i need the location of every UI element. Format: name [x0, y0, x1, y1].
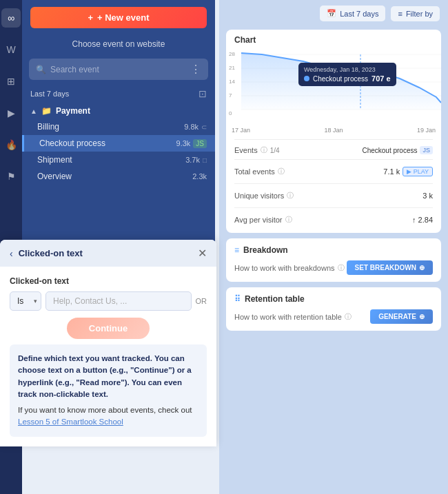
folder-icon: 📁 — [41, 106, 52, 116]
grid-icon[interactable]: ⊞ — [1, 72, 21, 91]
breakdown-btn-icon: ⊕ — [419, 264, 425, 271]
search-icon: 🔍 — [36, 65, 46, 74]
generate-button[interactable]: GENERATE ⊕ — [370, 309, 433, 324]
infinity-icon[interactable]: ∞ — [1, 8, 21, 28]
clicked-panel-title: Clicked-on text — [19, 248, 83, 258]
lesson-link[interactable]: Lesson 5 of Smartlook School — [18, 418, 123, 426]
event-name-right: Checkout process — [362, 147, 417, 154]
chart-title: Chart — [226, 30, 441, 48]
divider — [234, 139, 433, 140]
total-events-info-icon[interactable]: ⓘ — [278, 167, 285, 176]
info-text-secondary: If you want to know more about events, c… — [18, 404, 198, 429]
back-icon[interactable]: ‹ — [10, 248, 13, 259]
category-badge: JS — [420, 146, 433, 154]
info-box: Define which text you want tracked. You … — [10, 344, 207, 437]
svg-text:28: 28 — [229, 51, 235, 57]
clicked-on-text-panel: ‹ Clicked-on text ✕ Clicked-on text Is ▾… — [0, 240, 216, 446]
breakdown-icon: ≡ — [234, 245, 239, 255]
divider3 — [234, 183, 433, 184]
link-icon: ⊂ — [201, 123, 207, 131]
play-button[interactable]: ▶ PLAY — [403, 167, 433, 176]
set-breakdown-button[interactable]: SET BREAKDOWN ⊕ — [347, 260, 433, 275]
search-bar: 🔍 ⋮ — [29, 59, 208, 80]
event-item-checkout[interactable]: Checkout process 9.3k JS — [22, 135, 215, 152]
avg-per-visitor-value: ↑ 2.84 — [412, 216, 433, 224]
tooltip-dot — [304, 76, 309, 81]
clicked-panel-body: Clicked-on text Is ▾ OR Continue Define … — [0, 267, 216, 446]
chart-card: Chart 28 21 14 7 0 — [226, 30, 441, 233]
category-header: ▲ 📁 Payment — [22, 103, 215, 119]
tooltip-date: Wednesday, Jan 18, 2023 — [304, 66, 391, 73]
events-label: Events — [234, 146, 258, 154]
svg-text:14: 14 — [229, 79, 235, 85]
total-events-value: 7.1 k — [383, 167, 400, 176]
info-text-primary: Define which text you want tracked. You … — [18, 353, 198, 400]
stats-row-unique: Unique visitors ⓘ 3 k — [226, 187, 441, 205]
events-info-icon[interactable]: ⓘ — [261, 145, 267, 155]
breakdown-card: ≡ Breakdown How to work with breakdowns … — [226, 238, 441, 282]
w-icon[interactable]: W — [1, 40, 21, 59]
total-events-label: Total events — [234, 167, 275, 176]
retention-icon: ⠿ — [234, 294, 241, 304]
svg-text:0: 0 — [229, 110, 232, 116]
condition-select[interactable]: Is — [10, 291, 41, 311]
top-bar: 📅 Last 7 days ≡ Filter by — [219, 0, 448, 27]
flag-icon[interactable]: ⚑ — [1, 167, 21, 186]
check-icon: □ — [203, 156, 207, 164]
events-row: Events ⓘ 1/4 Checkout process JS — [226, 143, 441, 156]
more-icon[interactable]: ⋮ — [190, 63, 201, 76]
filter-label: Last 7 days — [30, 90, 69, 98]
or-label: OR — [196, 297, 207, 305]
text-filter-input[interactable] — [45, 291, 192, 311]
event-item-billing[interactable]: Billing 9.8k ⊂ — [22, 119, 215, 135]
generate-btn-icon: ⊕ — [419, 313, 425, 320]
retention-info-icon[interactable]: ⓘ — [345, 312, 352, 322]
unique-visitors-info-icon[interactable]: ⓘ — [287, 191, 294, 200]
filter-by-button[interactable]: ≡ Filter by — [391, 6, 440, 21]
breakdown-how-text: How to work with breakdowns — [234, 264, 335, 272]
divider2 — [234, 159, 433, 160]
x-label-1: 18 Jan — [324, 127, 343, 134]
choose-event-button[interactable]: Choose event on website — [22, 35, 215, 53]
event-item-overview[interactable]: Overview 2.3k — [22, 168, 215, 185]
filter-input-row: Is ▾ OR — [10, 291, 207, 311]
last-days-button[interactable]: 📅 Last 7 days — [320, 6, 385, 21]
main-area: 📅 Last 7 days ≡ Filter by Chart 28 21 14… — [219, 0, 448, 494]
breakdown-info-icon[interactable]: ⓘ — [338, 263, 345, 273]
retention-card: ⠿ Retention table How to work with reten… — [226, 287, 441, 331]
stats-row-total: Total events ⓘ 7.1 k ▶ PLAY — [226, 163, 441, 181]
new-event-button[interactable]: + + New event — [30, 7, 207, 28]
stats-row-avg: Avg per visitor ⓘ ↑ 2.84 — [226, 211, 441, 229]
play-icon[interactable]: ▶ — [1, 103, 21, 123]
flame-icon[interactable]: 🔥 — [1, 135, 21, 154]
unique-visitors-value: 3 k — [422, 192, 433, 200]
event-panel: + + New event Choose event on website 🔍 … — [22, 0, 215, 248]
svg-text:21: 21 — [229, 65, 235, 71]
unique-visitors-label: Unique visitors — [234, 192, 284, 200]
search-input[interactable] — [50, 65, 186, 74]
filter-row: Last 7 days ⊡ — [22, 85, 215, 103]
close-button[interactable]: ✕ — [198, 247, 207, 260]
x-axis: 17 Jan 18 Jan 19 Jan — [226, 127, 441, 136]
filter-icon: ≡ — [398, 10, 402, 18]
divider4 — [234, 207, 433, 208]
filter-icon[interactable]: ⊡ — [198, 88, 207, 99]
plus-icon: + — [88, 12, 93, 23]
breakdown-title: Breakdown — [243, 245, 288, 255]
svg-text:7: 7 — [229, 92, 232, 99]
retention-title: Retention table — [245, 294, 305, 304]
clicked-panel-header: ‹ Clicked-on text ✕ — [0, 240, 216, 267]
tooltip-event: Checkout process — [313, 75, 368, 83]
avg-info-icon[interactable]: ⓘ — [285, 215, 292, 225]
x-label-2: 19 Jan — [417, 127, 436, 134]
chart-area: 28 21 14 7 0 — [226, 48, 441, 127]
section-label: Clicked-on text — [10, 276, 207, 286]
category-name: Payment — [56, 106, 90, 116]
event-item-shipment[interactable]: Shipment 3.7k □ — [22, 152, 215, 168]
js-badge: JS — [193, 139, 207, 148]
avg-per-visitor-label: Avg per visitor — [234, 216, 283, 224]
events-count: 1/4 — [270, 147, 280, 154]
continue-button[interactable]: Continue — [67, 318, 150, 339]
tooltip-value: 707 e — [371, 74, 391, 83]
category-arrow-icon: ▲ — [30, 107, 37, 115]
